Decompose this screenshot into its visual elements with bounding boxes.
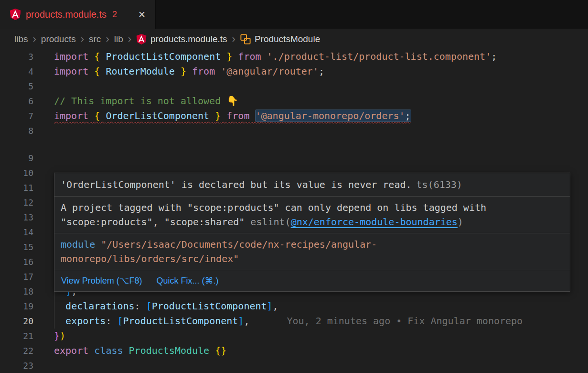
code-editor[interactable]: 3import { ProductListComponent } from '.…: [0, 49, 588, 373]
code-token: './product-list/product-list.component': [267, 51, 492, 62]
line-code: import { ProductListComponent } from './…: [54, 49, 588, 64]
code-line-8[interactable]: 8: [0, 123, 588, 138]
ts-error-code: ts(6133): [417, 179, 462, 190]
code-token: ]: [267, 300, 273, 312]
tab-products-module[interactable]: products.module.ts 2 ✕: [0, 0, 156, 29]
code-token: }: [181, 66, 186, 77]
eslint-message-line1: A project tagged with "scope:products" c…: [61, 200, 564, 215]
code-token: declarations: [65, 300, 135, 312]
code-token: [: [117, 315, 123, 327]
code-token: }: [226, 51, 232, 62]
code-token: ProductListComponent: [106, 51, 221, 62]
breadcrumb: libs›products›src›lib› products.module.t…: [0, 29, 588, 49]
line-number: 18: [0, 284, 33, 299]
code-line-6[interactable]: 6// This import is not allowed 👇: [0, 94, 588, 109]
breadcrumb-separator-icon: ›: [33, 34, 36, 44]
line-number: 6: [0, 94, 33, 109]
breadcrumb-label: products.module.ts: [150, 34, 227, 44]
close-icon[interactable]: ✕: [136, 8, 148, 21]
breadcrumb-separator-icon: ›: [106, 34, 109, 44]
code-line-20[interactable]: 20 exports: [ProductListComponent],You, …: [0, 314, 588, 329]
eslint-rule-link[interactable]: @nx/enforce-module-boundaries: [291, 216, 458, 228]
quick-fix-link[interactable]: Quick Fix... (⌘.): [156, 274, 218, 288]
line-spacer: [0, 138, 588, 151]
breadcrumb-item-products[interactable]: products: [41, 34, 76, 44]
hover-popup: 'OrderListComponent' is declared but its…: [54, 173, 570, 292]
code-token: export: [54, 345, 88, 356]
code-token: class: [94, 345, 123, 356]
line-text: import { RouterModule } from '@angular/r…: [54, 66, 324, 77]
line-number: 4: [0, 64, 33, 79]
eslint-message-line2: "scope:products", "scope:shared" eslint(…: [61, 215, 564, 229]
module-quickinfo-line1: module "/Users/isaac/Documents/code/nx-r…: [61, 237, 564, 252]
code-line-19[interactable]: 19 declarations: [ProductListComponent],: [0, 299, 588, 314]
angular-icon: [10, 9, 21, 20]
code-token: [261, 51, 267, 62]
code-token: ;: [405, 110, 411, 121]
code-token: [54, 300, 65, 312]
indent-guide: [54, 314, 54, 329]
indent-guide: [54, 299, 54, 314]
code-token: [: [146, 300, 152, 312]
line-code: [54, 358, 588, 373]
code-token: [88, 110, 94, 121]
code-line-3[interactable]: 3import { ProductListComponent } from '.…: [0, 49, 588, 64]
code-token: {: [94, 110, 100, 121]
line-code: import { RouterModule } from '@angular/r…: [54, 64, 588, 79]
code-token: [215, 66, 221, 77]
code-token: from: [226, 110, 249, 121]
eslint-diagnostic-row: A project tagged with "scope:products" c…: [54, 197, 570, 233]
code-token: [100, 51, 106, 62]
code-token: :: [135, 300, 146, 312]
code-line-7[interactable]: 7import { OrderListComponent } from '@an…: [0, 109, 588, 123]
code-token: import: [54, 66, 88, 77]
code-token: [221, 51, 226, 62]
code-token: {: [94, 51, 100, 62]
code-token: [100, 110, 106, 121]
line-number: 12: [0, 195, 33, 210]
code-token: {: [94, 66, 100, 77]
breadcrumb-item-libs[interactable]: libs: [14, 34, 28, 44]
code-token: [209, 345, 215, 356]
code-token: [100, 66, 106, 77]
tab-problem-count-badge: 2: [112, 10, 117, 20]
line-number: 7: [0, 109, 33, 123]
code-token: OrderListComponent: [106, 110, 209, 121]
line-number: 21: [0, 329, 33, 343]
breadcrumb-item-products.module.ts[interactable]: products.module.ts: [136, 34, 227, 44]
view-problem-link[interactable]: View Problem (⌥F8): [61, 274, 142, 288]
ts-diagnostic-row: 'OrderListComponent' is declared but its…: [54, 173, 570, 196]
code-line-9[interactable]: 9: [0, 151, 588, 165]
code-token: 👇: [226, 95, 238, 107]
line-number: 17: [0, 269, 33, 284]
line-text: import { ProductListComponent } from './…: [54, 51, 497, 62]
line-number: 9: [0, 151, 33, 165]
line-number: 15: [0, 240, 33, 254]
code-token: [221, 110, 226, 121]
breadcrumb-item-lib[interactable]: lib: [114, 34, 123, 44]
line-code: [54, 123, 588, 138]
line-number: 5: [0, 79, 33, 94]
code-token: [186, 66, 192, 77]
git-blame-annotation: You, 2 minutes ago • Fix Angular monorep…: [287, 315, 523, 327]
breadcrumb-item-src[interactable]: src: [89, 34, 101, 44]
code-token: [88, 345, 94, 356]
code-line-21[interactable]: 21}): [0, 329, 588, 343]
code-line-5[interactable]: 5: [0, 79, 588, 94]
vscode-window: products.module.ts 2 ✕ libs›products›src…: [0, 0, 588, 373]
code-line-4[interactable]: 4import { RouterModule } from '@angular/…: [0, 64, 588, 79]
code-token: import: [54, 110, 88, 121]
code-token: {}: [215, 345, 226, 356]
breadcrumb-item-productsmodule[interactable]: ProductsModule: [240, 34, 320, 44]
code-line-22[interactable]: 22export class ProductsModule {}: [0, 343, 588, 358]
line-code: import { OrderListComponent } from '@ang…: [54, 109, 588, 123]
code-line-23[interactable]: 23: [0, 358, 588, 373]
code-token: import: [54, 51, 88, 62]
line-code: export class ProductsModule {}: [54, 343, 588, 358]
tab-bar: products.module.ts 2 ✕: [0, 0, 588, 29]
line-number: 20: [0, 314, 33, 329]
class-icon: [240, 34, 251, 44]
angular-icon: [136, 34, 147, 44]
ts-diagnostic-message: 'OrderListComponent' is declared but its…: [61, 179, 412, 190]
breadcrumb-label: ProductsModule: [255, 34, 320, 44]
